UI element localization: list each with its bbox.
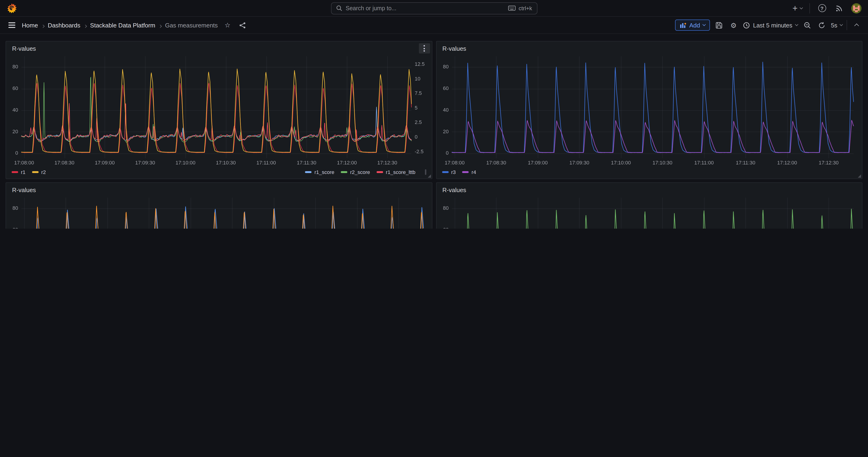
breadcrumb-folder[interactable]: Stackable Data Platform <box>90 22 155 29</box>
search-placeholder: Search or jump to... <box>346 5 505 11</box>
legend-item-r2_score[interactable]: r2_score <box>341 169 370 175</box>
clock-icon <box>743 22 750 29</box>
share-button[interactable] <box>237 20 248 31</box>
plus-icon: + <box>793 4 798 12</box>
chevron-down-icon <box>702 23 706 26</box>
add-panel-icon <box>680 22 686 28</box>
panel-legend: r3r4 <box>441 167 857 178</box>
legend-item-r2[interactable]: r2 <box>32 169 46 175</box>
news-button[interactable] <box>834 3 844 14</box>
panel-r-values-1: R-values r1r2 r1_scorer2_scorer1_score_l… <box>6 41 432 179</box>
breadcrumb-separator-icon <box>158 24 162 28</box>
legend-label: r2 <box>41 169 46 175</box>
grafana-app: Search or jump to... ctrl+k + ? <box>0 0 868 228</box>
help-icon: ? <box>818 4 826 12</box>
save-icon <box>715 22 722 29</box>
chevron-down-icon <box>799 6 803 9</box>
star-icon: ☆ <box>224 21 230 29</box>
dashboard-toolbar: Home Dashboards Stackable Data Platform … <box>0 17 868 34</box>
chevron-down-icon <box>840 23 843 26</box>
help-button[interactable]: ? <box>817 3 827 14</box>
share-icon <box>239 22 246 29</box>
add-label: Add <box>689 22 700 29</box>
legend-swatch <box>305 171 312 173</box>
panel-resize-handle[interactable] <box>428 175 431 178</box>
search-icon <box>336 5 342 11</box>
panel-title[interactable]: R-values <box>12 45 36 52</box>
divider <box>847 20 847 30</box>
save-dashboard-button[interactable] <box>714 20 724 31</box>
timeseries-chart[interactable] <box>11 54 427 167</box>
legend-label: r1_score <box>314 169 335 175</box>
collapse-topbar-button[interactable] <box>851 20 862 31</box>
legend-swatch <box>377 171 383 173</box>
breadcrumb: Home Dashboards Stackable Data Platform … <box>22 22 218 29</box>
grafana-flame-icon <box>6 3 17 13</box>
breadcrumb-current: Gas measurements <box>165 22 218 29</box>
search-box[interactable]: Search or jump to... ctrl+k <box>331 2 537 14</box>
legend-label: r1_score_lttb <box>386 169 415 175</box>
legend-item-r1[interactable]: r1 <box>11 169 26 175</box>
legend-item-r3[interactable]: r3 <box>442 169 456 175</box>
chevron-down-icon <box>795 23 798 26</box>
refresh-icon <box>818 22 825 29</box>
timeseries-chart[interactable] <box>441 195 857 228</box>
gear-icon: ⚙ <box>731 22 737 29</box>
time-range-label: Last 5 minutes <box>753 22 792 29</box>
legend-swatch <box>462 171 469 173</box>
panel-title[interactable]: R-values <box>442 186 466 193</box>
dashboard-settings-button[interactable]: ⚙ <box>728 20 739 31</box>
grafana-logo[interactable] <box>6 3 17 13</box>
menu-toggle-button[interactable] <box>6 21 17 30</box>
legend-scrollbar[interactable] <box>425 169 426 175</box>
breadcrumb-dashboards[interactable]: Dashboards <box>48 22 80 29</box>
new-button[interactable]: + <box>792 3 802 14</box>
legend-swatch <box>11 171 18 173</box>
dashboard-grid: R-values r1r2 r1_scorer2_scorer1_score_l… <box>0 34 868 228</box>
legend-item-r1_score[interactable]: r1_score <box>305 169 335 175</box>
toolbar-actions: Add ⚙ Last 5 minutes <box>675 20 862 31</box>
chevron-up-icon <box>854 24 859 28</box>
panel-r-values-4: R-values r7r8 <box>436 182 862 228</box>
time-range-picker[interactable]: Last 5 minutes <box>743 22 798 29</box>
breadcrumb-home[interactable]: Home <box>22 22 38 29</box>
rss-icon <box>835 4 843 12</box>
panel-title[interactable]: R-values <box>442 45 466 52</box>
refresh-interval-picker[interactable]: 5s <box>831 22 842 29</box>
legend-item-r1_score_lttb[interactable]: r1_score_lttb <box>377 169 415 175</box>
search-shortcut-label: ctrl+k <box>519 5 532 11</box>
legend-item-r4[interactable]: r4 <box>462 169 476 175</box>
timeseries-chart[interactable] <box>441 54 857 167</box>
legend-swatch <box>442 171 448 173</box>
breadcrumb-separator-icon <box>84 24 87 28</box>
refresh-button[interactable] <box>817 20 827 31</box>
panel-menu-button[interactable] <box>418 43 430 54</box>
keyboard-icon <box>508 6 516 11</box>
legend-label: r2_score <box>350 169 370 175</box>
add-panel-button[interactable]: Add <box>675 20 710 31</box>
user-avatar[interactable] <box>851 3 862 13</box>
refresh-interval-label: 5s <box>831 22 837 29</box>
legend-label: r4 <box>472 169 476 175</box>
panel-legend: r1r2 r1_scorer2_scorer1_score_lttb <box>11 167 427 178</box>
panel-r-values-2: R-values r3r4 <box>436 41 862 179</box>
divider <box>809 3 810 13</box>
favorite-button[interactable]: ☆ <box>222 20 233 31</box>
legend-swatch <box>341 171 347 173</box>
timeseries-chart[interactable] <box>11 195 427 228</box>
search-shortcut: ctrl+k <box>508 5 532 11</box>
legend-swatch <box>32 171 39 173</box>
legend-label: r1 <box>21 169 26 175</box>
panel-resize-handle[interactable] <box>858 175 861 178</box>
panel-title[interactable]: R-values <box>12 186 36 193</box>
zoom-out-icon <box>804 22 811 29</box>
legend-label: r3 <box>451 169 456 175</box>
topbar: Search or jump to... ctrl+k + ? <box>0 0 868 17</box>
zoom-out-button[interactable] <box>802 20 812 31</box>
panel-r-values-3: R-values r5r6 <box>6 182 432 228</box>
topbar-actions: + ? <box>792 3 862 14</box>
breadcrumb-separator-icon <box>41 24 44 28</box>
